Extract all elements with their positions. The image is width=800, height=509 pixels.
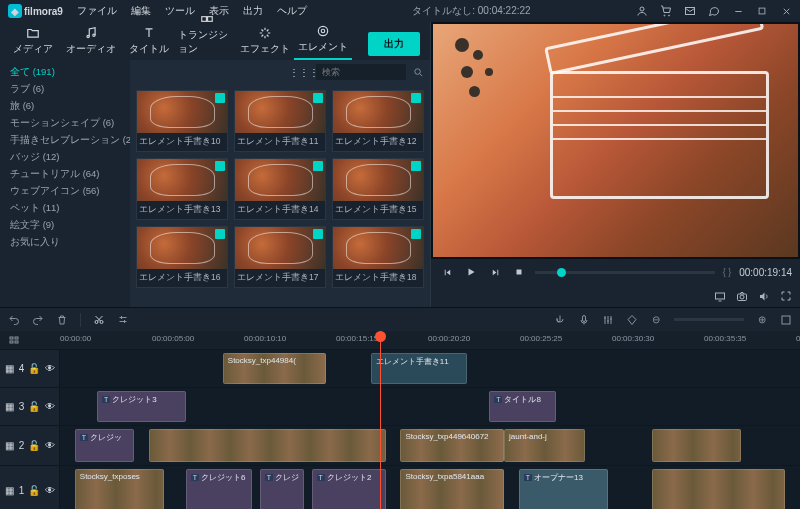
filmstrip-icon: ▦ (4, 440, 15, 452)
minimize-icon[interactable] (732, 5, 744, 17)
lock-icon[interactable]: 🔓 (28, 401, 40, 413)
camera-icon[interactable] (736, 290, 748, 302)
voiceover-icon[interactable] (554, 314, 566, 326)
zoom-in-icon[interactable]: ⊕ (756, 314, 768, 326)
svg-rect-10 (517, 270, 522, 275)
zoom-out-icon[interactable]: ⊖ (650, 314, 662, 326)
svg-rect-20 (15, 337, 18, 339)
category-item[interactable]: 旅 (6) (2, 98, 128, 115)
clip[interactable] (652, 469, 785, 509)
export-button[interactable]: 出力 (368, 32, 420, 56)
cut-icon[interactable] (93, 314, 105, 326)
zoom-fit-icon[interactable] (780, 314, 792, 326)
element-thumb[interactable]: エレメント手書き13 (136, 158, 228, 220)
filmstrip-icon: ▦ (4, 485, 15, 497)
tab-element[interactable]: エレメント (294, 20, 352, 60)
clip[interactable]: jaunt-and-j (504, 429, 585, 462)
element-thumb[interactable]: エレメント手書き15 (332, 158, 424, 220)
clip[interactable]: エレメント手書き11 (371, 353, 467, 384)
preview-time: 00:00:19:14 (739, 267, 792, 278)
category-item[interactable]: モーションシェイプ (6) (2, 115, 128, 132)
clip[interactable]: Tクレジッ (75, 429, 134, 462)
lock-icon[interactable]: 🔓 (28, 485, 40, 497)
lock-icon[interactable]: 🔓 (28, 363, 40, 375)
clip[interactable]: Tクレジ (260, 469, 304, 509)
clip[interactable] (652, 429, 741, 462)
user-icon[interactable] (636, 5, 648, 17)
track-options-icon[interactable] (8, 334, 20, 346)
eye-icon[interactable]: 👁 (44, 363, 55, 375)
tab-text[interactable]: タイトル (120, 22, 178, 60)
category-item[interactable]: ペット (11) (2, 200, 128, 217)
clip[interactable]: Tオープナー13 (519, 469, 608, 509)
category-item[interactable]: お気に入り (2, 234, 128, 251)
tab-folder[interactable]: メディア (4, 22, 62, 60)
category-item[interactable]: チュートリアル (64) (2, 166, 128, 183)
eye-icon[interactable]: 👁 (44, 401, 55, 413)
cart-icon[interactable] (660, 5, 672, 17)
clip[interactable]: Stocksy_txposes (75, 469, 164, 509)
element-thumb[interactable]: エレメント手書き11 (234, 90, 326, 152)
menu-item[interactable]: 編集 (131, 4, 151, 18)
project-title: タイトルなし: 00:04:22:22 (307, 4, 636, 18)
eye-icon[interactable]: 👁 (44, 440, 55, 452)
tab-transition[interactable]: トランジション (178, 8, 236, 60)
tab-sparkle[interactable]: エフェクト (236, 22, 294, 60)
adjust-icon[interactable] (117, 314, 129, 326)
preview-viewport (433, 24, 798, 257)
search-icon[interactable] (412, 66, 424, 78)
message-icon[interactable] (708, 5, 720, 17)
mixer-icon[interactable] (602, 314, 614, 326)
clip[interactable]: Tクレジット2 (312, 469, 386, 509)
volume-icon[interactable] (758, 290, 770, 302)
category-item[interactable]: ウェブアイコン (56) (2, 183, 128, 200)
close-icon[interactable] (780, 5, 792, 17)
redo-icon[interactable] (32, 314, 44, 326)
marker-icon[interactable] (626, 314, 638, 326)
category-item[interactable]: 全て (191) (2, 64, 128, 81)
preview-slider[interactable] (535, 271, 715, 274)
element-thumb[interactable]: エレメント手書き14 (234, 158, 326, 220)
mic-icon[interactable] (578, 314, 590, 326)
search-input[interactable] (316, 64, 406, 80)
undo-icon[interactable] (8, 314, 20, 326)
clip[interactable]: Stocksy_txpa5841aaa (400, 469, 504, 509)
prev-frame-button[interactable] (439, 264, 455, 280)
clip[interactable]: Tクレジット3 (97, 391, 186, 422)
grid-view-icon[interactable]: ⋮⋮⋮ (298, 66, 310, 78)
element-thumb[interactable]: エレメント手書き17 (234, 226, 326, 288)
play-button[interactable] (463, 264, 479, 280)
fullscreen-icon[interactable] (780, 290, 792, 302)
track-2: ▦2🔓👁TクレジッStocksy_txp449640672jaunt-and-j (0, 425, 800, 465)
element-thumb[interactable]: エレメント手書き10 (136, 90, 228, 152)
clip[interactable]: Stocksy_txp449640672 (400, 429, 504, 462)
stop-button[interactable] (511, 264, 527, 280)
element-thumb[interactable]: エレメント手書き12 (332, 90, 424, 152)
menu-item[interactable]: 出力 (243, 4, 263, 18)
lock-icon[interactable]: 🔓 (28, 440, 40, 452)
menu-item[interactable]: ファイル (77, 4, 117, 18)
clip[interactable] (149, 429, 386, 462)
svg-point-9 (414, 68, 420, 74)
category-item[interactable]: バッジ (12) (2, 149, 128, 166)
element-thumb[interactable]: エレメント手書き16 (136, 226, 228, 288)
category-item[interactable]: 絵文字 (9) (2, 217, 128, 234)
menu-item[interactable]: ヘルプ (277, 4, 307, 18)
svg-rect-17 (782, 316, 790, 324)
svg-rect-2 (759, 8, 765, 14)
category-item[interactable]: 手描きセレブレーション (21) (2, 132, 128, 149)
display-icon[interactable] (714, 290, 726, 302)
svg-point-7 (318, 26, 327, 35)
delete-icon[interactable] (56, 314, 68, 326)
maximize-icon[interactable] (756, 5, 768, 17)
tab-music[interactable]: オーディオ (62, 22, 120, 60)
category-item[interactable]: ラブ (6) (2, 81, 128, 98)
element-thumb[interactable]: エレメント手書き18 (332, 226, 424, 288)
next-frame-button[interactable] (487, 264, 503, 280)
clip[interactable]: Stocksy_txp44984( (223, 353, 327, 384)
zoom-slider[interactable] (674, 318, 744, 321)
clip[interactable]: Tタイトル8 (489, 391, 556, 422)
clip[interactable]: Tクレジット6 (186, 469, 253, 509)
mail-icon[interactable] (684, 5, 696, 17)
eye-icon[interactable]: 👁 (44, 485, 55, 497)
